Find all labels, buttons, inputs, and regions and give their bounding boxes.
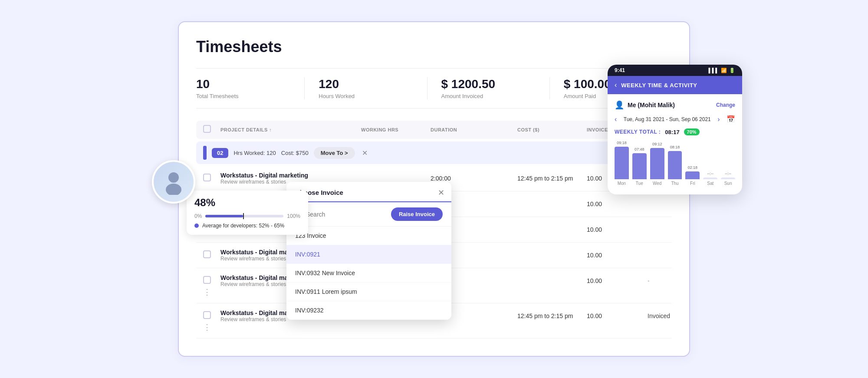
battery-icon: 🔋: [729, 68, 735, 73]
row-checkbox-4[interactable]: [203, 250, 220, 260]
page-title: Timesheets: [196, 38, 672, 56]
stats-row: 10 Total Timesheets 120 Hours Worked $ 1…: [196, 68, 672, 108]
user-row: 👤 Me (Mohit Malik) Change: [615, 100, 735, 110]
row-hrs-info: Hrs Worked: 120: [233, 150, 276, 156]
stat-total-label: Total Timesheets: [196, 93, 290, 99]
bar-col-sun: --:--Sun: [721, 171, 735, 186]
bar-day-thu: Thu: [671, 181, 678, 186]
weekly-total-row: WEEKLY TOTAL : 08:17 70%: [615, 128, 735, 135]
avatar: [152, 160, 195, 204]
pct-value: 48%: [194, 197, 300, 209]
wifi-icon: 📶: [721, 68, 727, 73]
cost-5: 10.00: [587, 277, 648, 284]
prev-date-button[interactable]: ‹: [615, 115, 617, 123]
col-project-header: PROJECT DETAILS ↑: [220, 127, 361, 132]
bar-day-sat: Sat: [707, 181, 713, 186]
signal-icon: ▌▌▌: [709, 68, 719, 73]
back-arrow-icon[interactable]: ‹: [615, 81, 617, 89]
bar-day-tue: Tue: [636, 181, 643, 186]
bar-col-sat: --:--Sat: [703, 171, 717, 186]
weekly-label: WEEKLY TOTAL :: [615, 129, 661, 135]
invoice-status-6: Invoiced: [648, 312, 665, 319]
bar-time-tue: 07:48: [635, 147, 644, 151]
bar-tue: [632, 153, 647, 179]
raise-invoice-button[interactable]: Raise Invoice: [391, 207, 443, 221]
calendar-icon[interactable]: 📅: [727, 115, 735, 123]
next-date-button[interactable]: ›: [717, 115, 720, 123]
pct-bar-row: 0% 100%: [194, 213, 300, 219]
stat-hours-value: 120: [319, 77, 413, 91]
row-number-badge: 02: [212, 148, 228, 158]
bar-time-sun: --:--: [725, 171, 731, 176]
mobile-header: ‹ WEEKLY TIME & ACTIVITY: [608, 76, 742, 94]
avatar-area: [152, 160, 195, 204]
mobile-header-title: WEEKLY TIME & ACTIVITY: [621, 82, 697, 89]
stat-hours-worked: 120 Hours Worked: [319, 77, 427, 99]
bar-sun: [721, 177, 735, 179]
percent-badge: 70%: [684, 128, 700, 135]
bar-time-fri: 02:18: [688, 165, 698, 170]
close-row-button[interactable]: ✕: [360, 147, 369, 159]
invoice-option-4[interactable]: INV:0911 Lorem ipsum: [286, 283, 451, 301]
user-name: Me (Mohit Malik): [628, 102, 675, 108]
table-header: PROJECT DETAILS ↑ WORKING HRS DURATION C…: [196, 121, 672, 139]
status-time: 9:41: [615, 67, 625, 73]
bar-fri: [685, 171, 700, 179]
user-info: 👤 Me (Mohit Malik): [615, 100, 675, 110]
bar-mon: [615, 147, 629, 179]
cost-4: 10.00: [587, 252, 648, 259]
col-working-hrs-header: WORKING HRS: [361, 127, 431, 132]
row-checkbox-6[interactable]: [203, 311, 220, 321]
bar-col-fri: 02:18Fri: [685, 165, 700, 186]
invoice-option-2[interactable]: INV:0921: [286, 245, 451, 264]
svg-point-1: [166, 184, 181, 195]
mobile-body: 👤 Me (Mohit Malik) Change ‹ Tue, Aug 31 …: [608, 94, 742, 194]
dropdown-title: Choose Invoice: [295, 189, 443, 196]
percentage-card: 48% 0% 100% Average for developers: 52% …: [187, 191, 308, 235]
dropdown-search-row: 🔍 Raise Invoice: [286, 202, 451, 227]
pct-min-label: 0%: [194, 213, 202, 219]
bar-wed: [650, 148, 664, 179]
invoice-option-5[interactable]: INV:09232: [286, 301, 451, 320]
invoice-option-1[interactable]: 123 Invoice: [286, 227, 451, 245]
date-range: Tue, Aug 31 2021 - Sun, Sep 06 2021: [624, 116, 711, 122]
time-range-6: 12:45 pm to 2:15 pm: [517, 312, 587, 319]
cost-6: 10.00: [587, 312, 648, 319]
select-all-checkbox[interactable]: [203, 125, 220, 135]
avg-text-label: Average for developers: 52% - 65%: [202, 223, 284, 229]
bar-col-mon: 09:18Mon: [615, 141, 629, 186]
row-menu-6[interactable]: ⋮: [203, 322, 220, 332]
user-icon: 👤: [615, 100, 624, 110]
move-to-button[interactable]: Move To >: [314, 147, 355, 159]
row-cost-info: Cost: $750: [281, 150, 309, 156]
invoice-search-input[interactable]: [306, 211, 388, 218]
bar-time-mon: 09:18: [617, 141, 627, 145]
duration-1: 2:00:00: [431, 175, 517, 182]
col-cost-header: COST ($): [517, 127, 587, 132]
bar-col-thu: 08:18Thu: [668, 145, 682, 186]
avg-text: Average for developers: 52% - 65%: [194, 223, 300, 229]
avatar-image: [161, 169, 187, 195]
dropdown-close-button[interactable]: ✕: [438, 188, 444, 197]
invoice-status-5: -: [648, 277, 665, 284]
outer-container: Timesheets 10 Total Timesheets 120 Hours…: [152, 21, 716, 357]
active-indicator: [203, 146, 207, 160]
row-menu-5[interactable]: ⋮: [203, 287, 220, 297]
bar-day-wed: Wed: [653, 181, 661, 186]
row-checkbox-5[interactable]: [203, 276, 220, 286]
pct-fill: [205, 215, 243, 217]
bar-day-mon: Mon: [618, 181, 626, 186]
bar-day-sun: Sun: [724, 181, 732, 186]
cost-2: 10.00: [587, 201, 648, 207]
row-checkbox-1[interactable]: [203, 174, 220, 183]
invoice-option-3[interactable]: INV:0932 New Invoice: [286, 264, 451, 283]
date-nav: ‹ Tue, Aug 31 2021 - Sun, Sep 06 2021 › …: [615, 115, 735, 123]
change-user-button[interactable]: Change: [716, 102, 735, 108]
cost-3: 10.00: [587, 226, 648, 233]
stat-hours-label: Hours Worked: [319, 93, 413, 99]
stat-invoiced-value: $ 1200.50: [441, 77, 536, 91]
active-table-row: 02 Hrs Worked: 120 Cost: $750 Move To > …: [196, 141, 672, 164]
stat-amount-invoiced: $ 1200.50 Amount Invoiced: [441, 77, 550, 99]
col-duration-header: DURATION: [431, 127, 517, 132]
pct-marker: [243, 213, 244, 219]
